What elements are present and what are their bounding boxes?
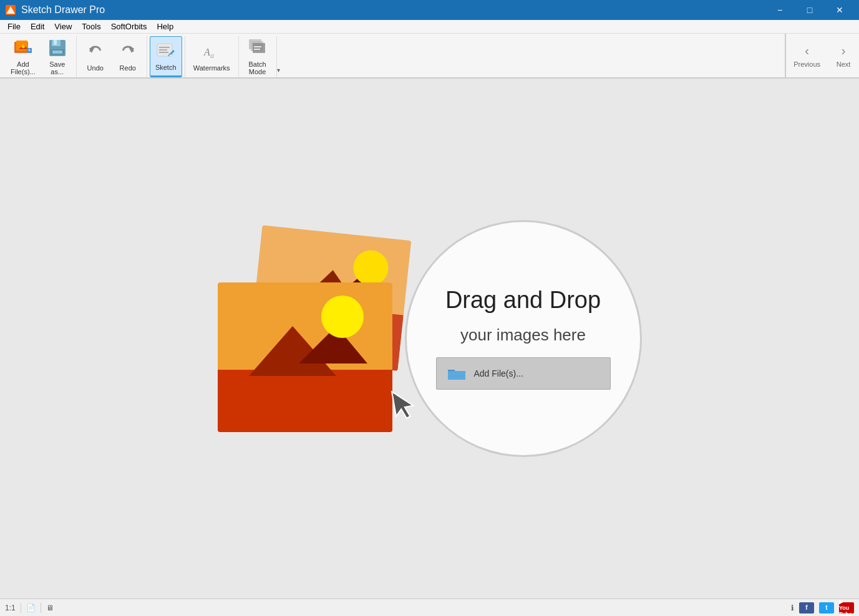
watermarks-icon: A a (201, 42, 221, 62)
next-arrow-icon: › (842, 44, 846, 58)
undo-label: Undo (87, 64, 104, 72)
status-left: 1:1 📄 🖥 (5, 603, 54, 613)
sketch-label: Sketch (155, 64, 177, 71)
drag-drop-text: Drag and Drop (445, 287, 601, 314)
add-files-drop-button[interactable]: Add File(s)... (436, 357, 611, 390)
add-files-button[interactable]: + AddFile(s)... (5, 36, 41, 77)
menu-edit-label: Edit (31, 22, 44, 31)
youtube-icon[interactable]: ▶ YouTube (839, 602, 854, 614)
redo-icon (118, 42, 138, 62)
sketch-icon (156, 41, 176, 61)
main-area: Drag and Drop your images here Add File(… (0, 79, 859, 599)
svg-rect-34 (218, 370, 392, 432)
batch-mode-icon (248, 38, 268, 58)
menu-edit[interactable]: Edit (26, 20, 49, 34)
close-button[interactable]: ✕ (825, 0, 854, 20)
toolbar-group-watermarks: A a Watermarks (185, 36, 239, 77)
save-as-label: Saveas... (49, 60, 65, 75)
facebook-icon[interactable]: f (799, 602, 814, 614)
app-icon (5, 4, 16, 16)
svg-rect-38 (448, 371, 465, 380)
previous-arrow-icon: ‹ (805, 44, 809, 58)
previous-button[interactable]: ‹ Previous (786, 34, 828, 77)
menu-view-label: View (54, 22, 72, 31)
save-as-button[interactable]: Saveas... (41, 36, 74, 77)
undo-button[interactable]: Undo (79, 36, 112, 77)
menu-tools[interactable]: Tools (77, 20, 105, 34)
menu-help[interactable]: Help (152, 20, 178, 34)
redo-label: Redo (120, 64, 136, 72)
minimize-button[interactable]: − (765, 0, 794, 20)
save-as-icon (47, 38, 67, 58)
window-controls: − □ ✕ (765, 0, 854, 20)
undo-icon (85, 42, 105, 62)
status-divider-1 (21, 603, 21, 613)
svg-text:+: + (28, 48, 31, 52)
next-label: Next (837, 60, 851, 68)
images-here-text: your images here (460, 325, 586, 345)
nav-buttons: ‹ Previous › Next (785, 34, 859, 77)
menu-bar: File Edit View Tools SoftOrbits Help (0, 20, 859, 34)
toolbar-group-edit: Undo Redo (77, 36, 147, 77)
batch-mode-button[interactable]: BatchMode (241, 36, 274, 77)
next-button[interactable]: › Next (828, 34, 859, 77)
menu-view[interactable]: View (49, 20, 77, 34)
toolbar-expand-button[interactable]: ▾ (277, 36, 280, 77)
menu-file[interactable]: File (2, 20, 26, 34)
title-text: Sketch Drawer Pro (21, 4, 105, 16)
monitor-icon: 🖥 (46, 604, 54, 612)
page-icon: 📄 (26, 604, 36, 612)
toolbar-group-files: + AddFile(s)... Saveas... (2, 36, 77, 77)
status-divider-2 (41, 603, 41, 613)
svg-point-37 (321, 296, 364, 338)
title-bar: Sketch Drawer Pro − □ ✕ (0, 0, 859, 20)
watermarks-label: Watermarks (193, 64, 230, 72)
menu-softorbits-label: SoftOrbits (111, 22, 147, 31)
svg-rect-10 (54, 40, 57, 45)
add-files-label: AddFile(s)... (11, 60, 36, 75)
status-bar: 1:1 📄 🖥 ℹ f t ▶ YouTube (0, 599, 859, 616)
toolbar-expand-icon: ▾ (277, 67, 280, 74)
svg-text:a: a (210, 51, 214, 60)
status-right: ℹ f t ▶ YouTube (791, 602, 854, 614)
toolbar-group-sketch: Sketch (147, 36, 185, 77)
sketch-button[interactable]: Sketch (150, 36, 182, 77)
maximize-button[interactable]: □ (795, 0, 824, 20)
menu-tools-label: Tools (82, 22, 100, 31)
info-icon: ℹ (791, 604, 794, 612)
menu-file-label: File (7, 22, 21, 31)
image-frame-front (218, 282, 392, 432)
svg-rect-25 (253, 43, 265, 53)
svg-rect-12 (52, 51, 62, 54)
previous-label: Previous (793, 60, 820, 68)
title-bar-left: Sketch Drawer Pro (5, 4, 105, 16)
menu-help-label: Help (157, 22, 173, 31)
svg-text:A: A (203, 47, 210, 57)
menu-softorbits[interactable]: SoftOrbits (106, 20, 152, 34)
add-files-drop-label: Add File(s)... (474, 368, 523, 378)
toolbar: + AddFile(s)... Saveas... (0, 34, 859, 79)
drop-zone-circle[interactable]: Drag and Drop your images here Add File(… (405, 220, 642, 457)
twitter-icon[interactable]: t (819, 602, 834, 614)
add-files-icon: + (13, 38, 33, 58)
drop-zone-container: Drag and Drop your images here Add File(… (218, 220, 642, 457)
toolbar-group-batch: BatchMode (239, 36, 277, 77)
folder-icon (447, 365, 467, 382)
watermarks-button[interactable]: A a Watermarks (188, 36, 236, 77)
batch-mode-label: BatchMode (249, 60, 266, 75)
zoom-level: 1:1 (5, 604, 16, 612)
redo-button[interactable]: Redo (112, 36, 144, 77)
